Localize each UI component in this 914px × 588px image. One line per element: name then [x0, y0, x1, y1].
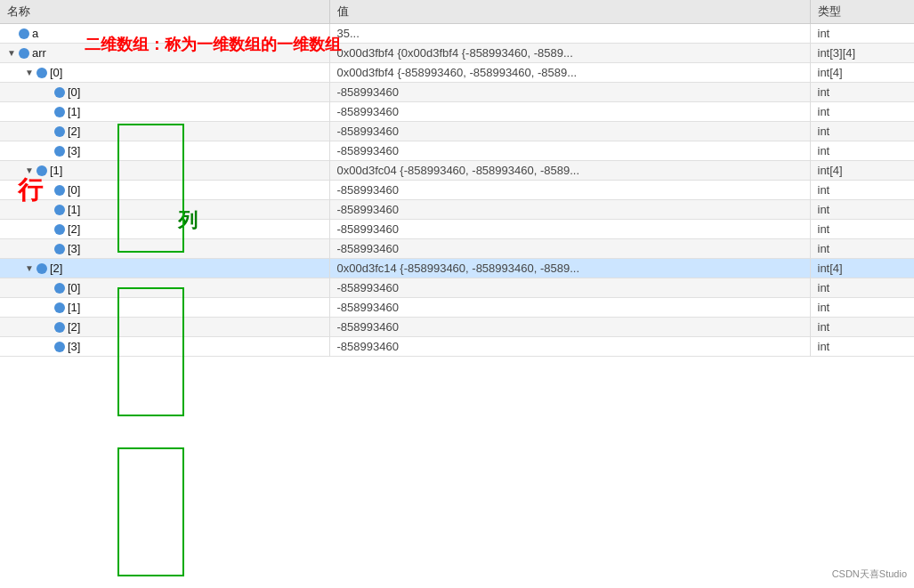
variable-name: [3]: [68, 242, 80, 255]
type-cell: int: [810, 141, 914, 161]
name-cell: [2]: [0, 318, 329, 337]
value-cell: -858993460: [329, 337, 810, 357]
type-cell: int: [810, 24, 914, 44]
table-row: [0]-858993460int: [0, 181, 914, 200]
expand-arrow[interactable]: ▼: [7, 48, 16, 58]
value-cell: -858993460: [329, 318, 810, 337]
name-cell: ▼arr: [0, 44, 329, 63]
variable-name: arr: [32, 46, 46, 60]
header-name: 名称: [0, 0, 329, 24]
header-type: 类型: [810, 0, 914, 24]
value-cell: -858993460: [329, 83, 810, 102]
name-cell: [1]: [0, 200, 329, 220]
variable-icon: [54, 322, 65, 333]
name-cell: [3]: [0, 141, 329, 161]
type-cell: int[4]: [810, 259, 914, 278]
variable-icon: [54, 205, 65, 215]
table-row: ▼[1]0x00d3fc04 {-858993460, -858993460, …: [0, 161, 914, 181]
type-cell: int[3][4]: [810, 44, 914, 63]
name-cell: a: [0, 24, 329, 44]
type-cell: int: [810, 200, 914, 220]
expand-arrow[interactable]: ▼: [25, 263, 34, 273]
variable-icon: [36, 263, 47, 274]
value-cell: -858993460: [329, 298, 810, 318]
expand-arrow[interactable]: ▼: [25, 165, 34, 175]
table-row: ▼arr0x00d3fbf4 {0x00d3fbf4 {-858993460, …: [0, 44, 914, 63]
value-cell: 0x00d3fc14 {-858993460, -858993460, -858…: [329, 259, 810, 278]
variable-name: [0]: [68, 281, 80, 294]
name-cell: [3]: [0, 239, 329, 259]
type-cell: int: [810, 102, 914, 122]
name-cell: [0]: [0, 83, 329, 102]
table-row: [1]-858993460int: [0, 200, 914, 220]
green-rect-group2: [117, 447, 184, 576]
variable-name: [3]: [68, 340, 80, 353]
variable-icon: [54, 342, 65, 352]
name-cell: [2]: [0, 220, 329, 239]
variable-icon: [54, 302, 65, 313]
type-cell: int[4]: [810, 63, 914, 83]
name-cell: ▼[0]: [0, 63, 329, 83]
value-cell: -858993460: [329, 102, 810, 122]
variable-icon: [54, 146, 65, 157]
name-cell: ▼[2]: [0, 259, 329, 278]
variable-icon: [54, 126, 65, 137]
expand-arrow[interactable]: ▼: [25, 68, 34, 77]
table-row: a35...int: [0, 24, 914, 44]
variable-name: [2]: [68, 320, 80, 334]
variable-icon: [19, 28, 29, 39]
value-cell: -858993460: [329, 239, 810, 259]
variable-icon: [36, 68, 47, 78]
table-header: 名称 值 类型: [0, 0, 914, 24]
value-cell: 0x00d3fbf4 {-858993460, -858993460, -858…: [329, 63, 810, 83]
main-container: 名称 值 类型 a35...int▼arr0x00d3fbf4 {0x00d3f…: [0, 0, 914, 588]
value-cell: -858993460: [329, 122, 810, 141]
value-cell: -858993460: [329, 200, 810, 220]
variable-name: [0]: [68, 85, 80, 99]
table-row: [0]-858993460int: [0, 83, 914, 102]
type-cell: int: [810, 337, 914, 357]
variable-icon: [54, 224, 65, 235]
name-cell: [0]: [0, 181, 329, 200]
variable-name: [3]: [68, 144, 80, 157]
name-cell: ▼[1]: [0, 161, 329, 181]
name-cell: [1]: [0, 298, 329, 318]
variable-icon: [36, 165, 47, 176]
type-cell: int: [810, 181, 914, 200]
table-row: [2]-858993460int: [0, 122, 914, 141]
value-cell: 0x00d3fc04 {-858993460, -858993460, -858…: [329, 161, 810, 181]
table-row: [3]-858993460int: [0, 337, 914, 357]
name-cell: [1]: [0, 102, 329, 122]
table-row: [2]-858993460int: [0, 318, 914, 337]
variable-name: [1]: [50, 164, 62, 177]
value-cell: 35...: [329, 24, 810, 44]
variable-name: a: [32, 27, 38, 40]
variable-icon: [54, 244, 65, 254]
variable-name: [1]: [68, 105, 80, 118]
variable-name: [2]: [68, 125, 80, 138]
header-value: 值: [329, 0, 810, 24]
type-cell: int: [810, 278, 914, 298]
name-cell: [0]: [0, 278, 329, 298]
type-cell: int: [810, 318, 914, 337]
table-row: [0]-858993460int: [0, 278, 914, 298]
variables-table: 名称 值 类型 a35...int▼arr0x00d3fbf4 {0x00d3f…: [0, 0, 914, 357]
name-cell: [2]: [0, 122, 329, 141]
type-cell: int: [810, 220, 914, 239]
value-cell: -858993460: [329, 181, 810, 200]
type-cell: int: [810, 239, 914, 259]
variable-icon: [19, 48, 29, 59]
value-cell: 0x00d3fbf4 {0x00d3fbf4 {-858993460, -858…: [329, 44, 810, 63]
variable-name: [1]: [68, 203, 80, 216]
table-row: ▼[2]0x00d3fc14 {-858993460, -858993460, …: [0, 259, 914, 278]
type-cell: int: [810, 83, 914, 102]
table-row: [1]-858993460int: [0, 298, 914, 318]
variable-icon: [54, 283, 65, 294]
table-row: [3]-858993460int: [0, 239, 914, 259]
table-row: [3]-858993460int: [0, 141, 914, 161]
variable-icon: [54, 185, 65, 196]
type-cell: int[4]: [810, 161, 914, 181]
variable-name: [2]: [68, 222, 80, 236]
table-row: ▼[0]0x00d3fbf4 {-858993460, -858993460, …: [0, 63, 914, 83]
variable-icon: [54, 87, 65, 98]
